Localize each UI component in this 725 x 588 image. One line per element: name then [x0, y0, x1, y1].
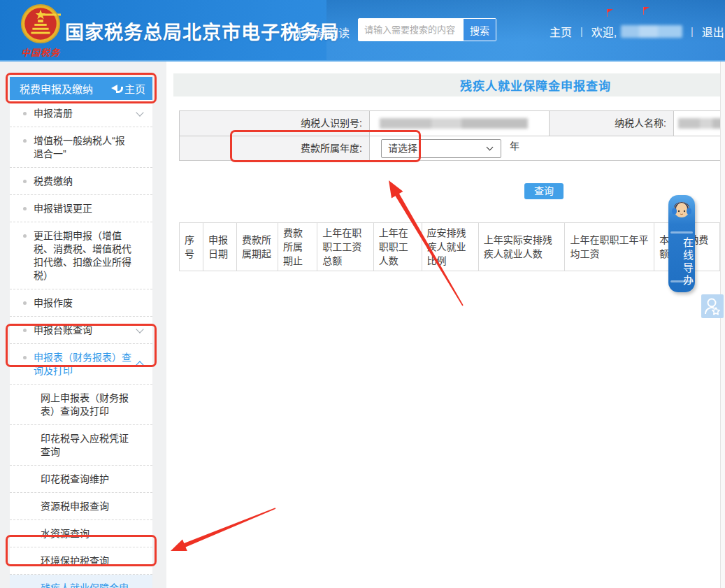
- chevron-down-icon: [136, 108, 143, 116]
- column-header: 上年在职职工年平均工资: [565, 223, 654, 271]
- sidebar-item-error-correction[interactable]: 申报错误更正: [10, 195, 152, 222]
- back-to-home-button[interactable]: 主页: [111, 81, 145, 96]
- great-wall-flag-icon: [608, 9, 613, 13]
- sidebar-header: 税费申报及缴纳 主页: [10, 77, 152, 100]
- vertical-scrollbar[interactable]: [720, 62, 725, 588]
- sidebar-title: 税费申报及缴纳: [20, 81, 111, 96]
- app-header: 中国税务 国家税务总局北京市电子税务局 无障碍阅读 搜索 主页 | 欢迎, | …: [0, 0, 725, 62]
- sidebar-item-resource-tax[interactable]: 资源税申报查询: [10, 493, 152, 520]
- online-guide-label: 在线导办: [668, 237, 695, 287]
- year-select[interactable]: 请选择: [381, 139, 501, 158]
- logout-link[interactable]: 退出: [702, 23, 724, 40]
- column-header: 上年在职职工工资总额: [317, 223, 373, 271]
- sidebar-item-disability-fund-query[interactable]: 残疾人就业保障金申报查询: [10, 575, 152, 588]
- search-input[interactable]: [359, 19, 463, 41]
- nav-separator: |: [580, 26, 583, 37]
- person-star-icon: [704, 297, 721, 315]
- sidebar-item-declaration-list[interactable]: 申报清册: [10, 100, 152, 127]
- table-header-row: 序号 申报日期 费款所属期起 费款所属期止 上年在职职工工资总额 上年在职职工人…: [180, 223, 720, 271]
- sidebar-item-online-report-print[interactable]: 网上申报表（财务报表）查询及打印: [10, 385, 152, 425]
- sidebar-item-stamp-tax-maintain[interactable]: 印花税查询维护: [10, 466, 152, 493]
- welcome-label: 欢迎,: [591, 23, 617, 40]
- results-table: 序号 申报日期 费款所属期起 费款所属期止 上年在职职工工资总额 上年在职职工人…: [179, 222, 720, 271]
- sidebar-item-water-resource[interactable]: 水资源查询: [10, 520, 152, 547]
- masked-username: [621, 25, 682, 38]
- tax-bureau-logo: 中国税务: [15, 3, 66, 59]
- online-guide-widget[interactable]: 在线导办: [668, 195, 695, 292]
- sidebar-item-environment-tax[interactable]: 环境保护税查询: [10, 547, 152, 575]
- bullet-icon: [23, 112, 27, 115]
- fee-year-label: 费款所属年度:: [180, 136, 370, 160]
- taxpayer-id-value: [370, 111, 550, 136]
- column-header: 上年在职职工人数: [373, 223, 422, 271]
- bullet-icon: [23, 329, 27, 332]
- page-title-bar: 残疾人就业保障金申报查询: [173, 73, 720, 96]
- chevron-down-icon: [136, 325, 143, 333]
- national-emblem-icon: [20, 3, 61, 44]
- chevron-up-icon: [136, 361, 143, 368]
- main-content: 残疾人就业保障金申报查询 纳税人识别号: 纳税人名称: 费款所属年度: 请选择 …: [166, 62, 720, 588]
- person-star-badge[interactable]: [701, 294, 724, 318]
- chevron-down-icon: [487, 144, 494, 151]
- sidebar-item-ledger-query[interactable]: 申报台账查询: [10, 317, 152, 344]
- home-link[interactable]: 主页: [550, 23, 572, 40]
- site-title: 国家税务总局北京市电子税务局: [65, 17, 339, 45]
- page-title: 残疾人就业保障金申报查询: [460, 76, 611, 94]
- header-search: 搜索: [358, 18, 496, 41]
- bullet-icon: [23, 356, 27, 359]
- great-wall-flag-icon: [644, 7, 649, 10]
- column-header: 费款所属期起: [237, 223, 278, 271]
- sidebar-item-vat-general[interactable]: 增值税一般纳税人“报退合一”: [10, 127, 152, 168]
- bullet-icon: [23, 301, 27, 305]
- query-form: 纳税人识别号: 纳税人名称: 费款所属年度: 请选择 年: [179, 110, 720, 161]
- header-nav: 主页 | 欢迎, | 退出: [550, 23, 724, 40]
- bullet-icon: [23, 180, 27, 183]
- sidebar-item-stamp-tax-voucher[interactable]: 印花税导入应税凭证查询: [10, 425, 152, 466]
- taxpayer-id-label: 纳税人识别号:: [180, 111, 370, 136]
- reply-arrow-icon: [111, 85, 121, 92]
- bullet-icon: [23, 207, 27, 210]
- sidebar-item-tax-payment[interactable]: 税费缴纳: [10, 168, 152, 195]
- logo-caption: 中国税务: [15, 45, 66, 59]
- taxpayer-name-value: [674, 111, 720, 136]
- column-header: 申报日期: [203, 223, 236, 271]
- sidebar-item-report-query-print[interactable]: 申报表（财务报表）查询及打印: [10, 344, 152, 385]
- column-header: 费款所属期止: [278, 223, 317, 271]
- nav-separator: |: [691, 26, 694, 37]
- bullet-icon: [23, 139, 27, 143]
- headset-agent-icon: [671, 200, 692, 220]
- sidebar-menu: 申报清册 增值税一般纳税人“报退合一” 税费缴纳 申报错误更正 更正往期申报（增…: [10, 100, 152, 588]
- sidebar-item-declaration-void[interactable]: 申报作废: [10, 289, 152, 317]
- column-header: 上年实际安排残疾人就业人数: [478, 223, 565, 271]
- bullet-icon: [23, 234, 27, 238]
- year-unit-label: 年: [510, 138, 519, 155]
- masked-value: [380, 118, 528, 129]
- query-button[interactable]: 查询: [524, 183, 564, 199]
- masked-value: [678, 118, 720, 129]
- column-header: 序号: [180, 223, 203, 271]
- sidebar-item-past-correction[interactable]: 更正往期申报（增值税、消费税、增值税代扣代缴、扣缴企业所得税）: [10, 222, 152, 289]
- search-button[interactable]: 搜索: [463, 19, 496, 41]
- column-header: 应安排残疾人就业比例: [422, 223, 478, 271]
- taxpayer-name-label: 纳税人名称:: [550, 111, 674, 136]
